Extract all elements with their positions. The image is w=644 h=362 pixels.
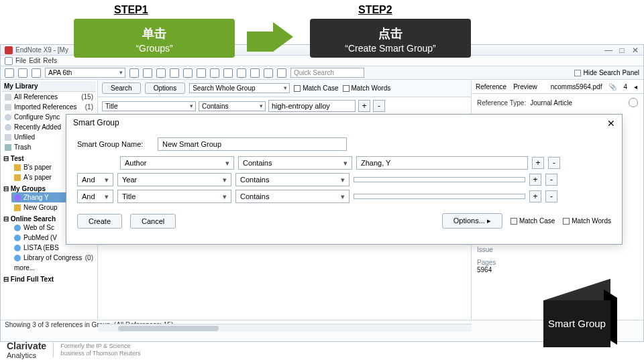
remove-criteria-button[interactable]: - bbox=[545, 190, 557, 202]
sidebar-item-label: more... bbox=[14, 264, 35, 272]
style-select[interactable]: APA 6th bbox=[45, 68, 125, 78]
cancel-button[interactable]: Cancel bbox=[130, 214, 176, 229]
create-button[interactable]: Create bbox=[77, 214, 122, 229]
footer-logo: Clarivate bbox=[7, 341, 46, 351]
sidebar-item-label: A's paper bbox=[23, 174, 52, 181]
search-scope-select[interactable]: Search Whole Group bbox=[189, 83, 290, 93]
step2-label: STEP2 bbox=[358, 4, 392, 16]
match-case-check[interactable]: Match Case bbox=[294, 84, 338, 92]
sidebar-imported[interactable]: Imported References (1) bbox=[2, 102, 96, 112]
options-button[interactable]: Options bbox=[145, 82, 185, 94]
sidebar-item-label: B's paper bbox=[23, 164, 52, 171]
ref-type-label: Reference Type: bbox=[477, 99, 526, 107]
sidebar-loc[interactable]: Library of Congress (0) bbox=[2, 253, 96, 263]
remove-criteria-button[interactable]: - bbox=[545, 174, 557, 186]
toolbar-icon-a[interactable] bbox=[129, 68, 139, 78]
sidebar-item-label: Unfiled bbox=[14, 133, 35, 141]
folder-icon bbox=[14, 164, 21, 171]
smart-group-dialog: Smart Group ✕ Smart Group Name: New Smar… bbox=[66, 114, 623, 245]
checkbox-icon bbox=[343, 85, 350, 92]
step2-zh: 点击 bbox=[310, 25, 471, 42]
remove-row-button[interactable]: - bbox=[373, 100, 385, 112]
count-label: (1) bbox=[85, 103, 93, 111]
sidebar-group-findfull[interactable]: ⊟ Find Full Text bbox=[2, 276, 96, 283]
mode3-icon[interactable] bbox=[32, 68, 41, 78]
globe-icon bbox=[14, 255, 21, 261]
checkbox-icon bbox=[563, 218, 570, 225]
ref-type-value[interactable]: Journal Article bbox=[530, 99, 572, 107]
issue-label: Issue bbox=[477, 246, 638, 253]
criteria-row: And Year Contains + - bbox=[77, 173, 611, 186]
dlg-match-words-check[interactable]: Match Words bbox=[563, 217, 611, 225]
toolbar-icon-g[interactable] bbox=[210, 68, 219, 78]
value-input[interactable] bbox=[354, 194, 525, 199]
dialog-close-button[interactable]: ✕ bbox=[607, 118, 615, 129]
help-icon[interactable] bbox=[277, 68, 286, 78]
field-select[interactable]: Title bbox=[117, 190, 231, 203]
attach-icon[interactable]: 📎 bbox=[608, 83, 616, 90]
filter-op-select[interactable]: Contains bbox=[199, 101, 266, 111]
criteria-row: And Title Contains + - bbox=[77, 190, 611, 203]
gear-icon[interactable] bbox=[629, 98, 638, 107]
filter-value-input[interactable]: high-entropy alloy bbox=[268, 100, 356, 112]
h-scrollbar[interactable] bbox=[98, 324, 472, 332]
add-criteria-button[interactable]: + bbox=[529, 190, 541, 202]
toolbar-icon-d[interactable] bbox=[170, 68, 179, 78]
options-button[interactable]: Options... ▸ bbox=[442, 213, 502, 229]
sg-name-input[interactable]: New Smart Group bbox=[158, 137, 347, 151]
value-input[interactable] bbox=[354, 177, 525, 182]
footer-tag: Formerly the IP & Science business of Th… bbox=[60, 343, 140, 357]
dialog-title: Smart Group bbox=[73, 118, 119, 129]
count-label: (15) bbox=[81, 93, 93, 101]
mode-icon[interactable] bbox=[5, 68, 14, 78]
pdf-name-label[interactable]: ncomms5964.pdf bbox=[551, 83, 602, 90]
add-criteria-button[interactable]: + bbox=[529, 174, 541, 186]
toolbar: APA 6th Quick Search Hide Search Panel bbox=[1, 66, 643, 80]
sidebar-item-label: LISTA (EBS bbox=[23, 244, 59, 251]
nav-left-icon[interactable]: ◂ bbox=[634, 83, 637, 90]
add-row-button[interactable]: + bbox=[358, 100, 370, 112]
toolbar-icon-c[interactable] bbox=[156, 68, 166, 78]
op-select[interactable]: And bbox=[77, 190, 113, 203]
toolbar-icon-k[interactable] bbox=[264, 68, 273, 78]
field-select[interactable]: Year bbox=[117, 173, 231, 186]
toolbar-icon-j[interactable] bbox=[250, 68, 260, 78]
add-criteria-button[interactable]: + bbox=[532, 157, 544, 169]
search-button[interactable]: Search bbox=[102, 82, 141, 94]
hide-panel-button[interactable]: Hide Search Panel bbox=[584, 69, 639, 76]
step1-zh: 单击 bbox=[74, 25, 235, 42]
tab-preview[interactable]: Preview bbox=[513, 83, 537, 90]
contains-select[interactable]: Contains bbox=[235, 190, 350, 203]
clock-icon bbox=[5, 124, 11, 131]
toolbar-icon-e[interactable] bbox=[183, 68, 193, 78]
step1-label: STEP1 bbox=[114, 4, 148, 16]
sidebar-item-label: PubMed (V bbox=[23, 234, 57, 241]
trash-icon bbox=[5, 144, 11, 151]
remove-criteria-button[interactable]: - bbox=[548, 157, 560, 169]
contains-select[interactable]: Contains bbox=[238, 156, 352, 170]
tab-reference[interactable]: Reference bbox=[476, 83, 506, 90]
value-input[interactable]: Zhang, Y bbox=[356, 156, 528, 170]
step2-en: “Create Smart Group” bbox=[310, 43, 471, 54]
quick-search-input[interactable]: Quick Search bbox=[290, 68, 364, 78]
filter-field-select[interactable]: Title bbox=[102, 101, 196, 111]
hide-panel-icon[interactable] bbox=[574, 70, 581, 76]
op-select[interactable]: And bbox=[77, 173, 113, 186]
sidebar-more[interactable]: more... bbox=[2, 263, 96, 273]
toolbar-icon-f[interactable] bbox=[197, 68, 206, 78]
pages-label: Pages bbox=[477, 259, 638, 266]
sg-name-label: Smart Group Name: bbox=[77, 140, 151, 148]
dlg-match-case-check[interactable]: Match Case bbox=[511, 217, 555, 225]
toolbar-icon-h[interactable] bbox=[223, 68, 233, 78]
field-select[interactable]: Author bbox=[120, 156, 234, 170]
mode2-icon[interactable] bbox=[18, 68, 28, 78]
toolbar-icon-i[interactable] bbox=[237, 68, 246, 78]
toolbar-icon-b[interactable] bbox=[143, 68, 152, 78]
sidebar-head: My Library bbox=[2, 81, 96, 92]
match-words-check[interactable]: Match Words bbox=[343, 84, 391, 92]
sidebar-all-references[interactable]: All References (15) bbox=[2, 92, 96, 102]
contains-select[interactable]: Contains bbox=[235, 173, 350, 186]
sidebar-item-label: Trash bbox=[14, 143, 31, 151]
folder-icon bbox=[14, 174, 21, 181]
scrollbar-thumb[interactable] bbox=[118, 326, 219, 331]
